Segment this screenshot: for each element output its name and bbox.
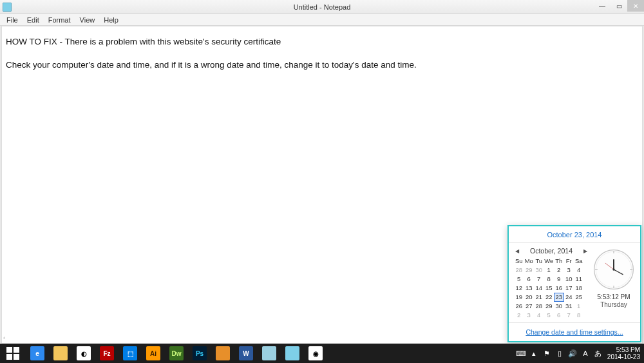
- minimize-button[interactable]: —: [594, 0, 611, 12]
- menubar: File Edit Format View Help: [0, 14, 644, 26]
- calendar-day[interactable]: 6: [524, 275, 535, 284]
- taskbar-tray: ⌨▴⚑▯🔊Aあ 5:53 PM 2014-10-23: [515, 344, 644, 363]
- dow-label: We: [544, 257, 554, 266]
- calendar-day[interactable]: 23: [554, 293, 564, 302]
- taskbar-photoshop-button[interactable]: Ps: [188, 344, 211, 363]
- prev-month-button[interactable]: ◀: [515, 248, 519, 254]
- keyboard-icon[interactable]: ⌨: [515, 344, 527, 363]
- clock-date: 2014-10-23: [607, 353, 640, 360]
- word-icon: W: [239, 346, 253, 360]
- menu-edit[interactable]: Edit: [23, 15, 43, 25]
- dow-label: Th: [554, 257, 564, 266]
- month-label[interactable]: October, 2014: [530, 247, 573, 255]
- calendar: ◀ October, 2014 ▶ SuMoTuWeThFrSa28293012…: [514, 246, 589, 320]
- calendar-day[interactable]: 4: [574, 266, 584, 275]
- dow-label: Tu: [534, 257, 544, 266]
- calendar-day[interactable]: 7: [564, 311, 574, 320]
- calendar-day[interactable]: 11: [574, 275, 584, 284]
- taskbar-word-button[interactable]: W: [234, 344, 258, 363]
- calendar-day[interactable]: 26: [514, 302, 524, 311]
- calendar-day[interactable]: 10: [564, 275, 574, 284]
- calendar-day[interactable]: 6: [554, 311, 564, 320]
- calendar-day[interactable]: 20: [524, 293, 535, 302]
- calendar-day[interactable]: 31: [564, 302, 574, 311]
- flag-icon[interactable]: ⚑: [540, 344, 553, 363]
- datetime-popup: October 23, 2014 ◀ October, 2014 ▶ SuMoT…: [507, 225, 641, 342]
- calendar-day[interactable]: 30: [554, 302, 564, 311]
- menu-help[interactable]: Help: [100, 15, 122, 25]
- notepad-icon: [3, 3, 12, 12]
- maximize-button[interactable]: ▭: [611, 0, 627, 12]
- taskbar-app1-button[interactable]: [211, 344, 234, 363]
- calendar-day[interactable]: 4: [534, 311, 544, 320]
- menu-file[interactable]: File: [3, 15, 22, 25]
- scroll-left-icon[interactable]: ‹: [3, 334, 11, 342]
- calendar-day[interactable]: 8: [574, 311, 584, 320]
- svg-point-9: [612, 268, 614, 270]
- calendar-day[interactable]: 24: [564, 293, 574, 302]
- ime-icon[interactable]: あ: [592, 344, 605, 363]
- menu-view[interactable]: View: [76, 15, 99, 25]
- dow-label: Su: [514, 257, 524, 266]
- menu-format[interactable]: Format: [44, 15, 75, 25]
- calendar-day[interactable]: 3: [524, 311, 535, 320]
- calendar-day[interactable]: 28: [534, 302, 544, 311]
- calendar-day[interactable]: 25: [574, 293, 584, 302]
- ie-icon: e: [30, 346, 44, 360]
- taskbar-dropbox-button[interactable]: ⬚: [118, 344, 142, 363]
- calendar-day[interactable]: 2: [514, 311, 524, 320]
- calendar-day[interactable]: 30: [534, 266, 544, 275]
- calendar-day[interactable]: 12: [514, 284, 524, 293]
- taskbar: e◐Fz⬚AiDwPsW◉ ⌨▴⚑▯🔊Aあ 5:53 PM 2014-10-23: [0, 344, 644, 363]
- calendar-day[interactable]: 19: [514, 293, 524, 302]
- calendar-day[interactable]: 9: [554, 275, 564, 284]
- taskbar-explorer-button[interactable]: [49, 344, 72, 363]
- calendar-day[interactable]: 14: [534, 284, 544, 293]
- next-month-button[interactable]: ▶: [583, 248, 587, 254]
- calendar-day[interactable]: 1: [544, 266, 554, 275]
- calendar-day[interactable]: 7: [534, 275, 544, 284]
- calendar-day[interactable]: 13: [524, 284, 535, 293]
- taskbar-chrome-button[interactable]: ◐: [72, 344, 95, 363]
- svg-rect-10: [6, 347, 12, 353]
- taskbar-dreamweaver-button[interactable]: Dw: [165, 344, 188, 363]
- calendar-day[interactable]: 15: [544, 284, 554, 293]
- calendar-day[interactable]: 29: [544, 302, 554, 311]
- calendar-day[interactable]: 8: [544, 275, 554, 284]
- taskbar-illustrator-button[interactable]: Ai: [142, 344, 165, 363]
- up-icon[interactable]: ▴: [527, 344, 540, 363]
- taskbar-ie-button[interactable]: e: [26, 344, 49, 363]
- change-datetime-link[interactable]: Change date and time settings...: [509, 322, 640, 341]
- calendar-day[interactable]: 3: [564, 266, 574, 275]
- calendar-day[interactable]: 5: [544, 311, 554, 320]
- taskbar-app2-button[interactable]: ◉: [304, 344, 327, 363]
- network-icon[interactable]: ▯: [553, 344, 566, 363]
- editor-line-1: HOW TO FIX - There is a problem with thi…: [6, 35, 638, 48]
- dropbox-icon: ⬚: [123, 346, 137, 360]
- calendar-day[interactable]: 21: [534, 293, 544, 302]
- calendar-day[interactable]: 16: [554, 284, 564, 293]
- titlebar: Untitled - Notepad — ▭ ✕: [0, 0, 644, 14]
- filezilla-icon: Fz: [100, 346, 114, 360]
- calendar-day[interactable]: 17: [564, 284, 574, 293]
- taskbar-notepad-button[interactable]: [281, 344, 304, 363]
- calendar-day[interactable]: 28: [514, 266, 524, 275]
- calendar-day[interactable]: 18: [574, 284, 584, 293]
- taskbar-clock[interactable]: 5:53 PM 2014-10-23: [605, 346, 644, 360]
- dow-label: Mo: [524, 257, 535, 266]
- volume-icon[interactable]: 🔊: [566, 344, 579, 363]
- calendar-day[interactable]: 29: [524, 266, 535, 275]
- close-button[interactable]: ✕: [627, 0, 644, 12]
- taskbar-start-button[interactable]: [0, 344, 26, 363]
- calendar-day[interactable]: 5: [514, 275, 524, 284]
- taskbar-filezilla-button[interactable]: Fz: [95, 344, 118, 363]
- calendar-day[interactable]: 2: [554, 266, 564, 275]
- calendar-day[interactable]: 27: [524, 302, 535, 311]
- lang-a-icon[interactable]: A: [579, 344, 592, 363]
- taskbar-doc-button[interactable]: [258, 344, 281, 363]
- digital-time: 5:53:12 PM: [597, 293, 630, 300]
- calendar-day[interactable]: 22: [544, 293, 554, 302]
- calendar-day[interactable]: 1: [574, 302, 584, 311]
- dreamweaver-icon: Dw: [169, 346, 184, 360]
- datetime-header: October 23, 2014: [509, 226, 640, 243]
